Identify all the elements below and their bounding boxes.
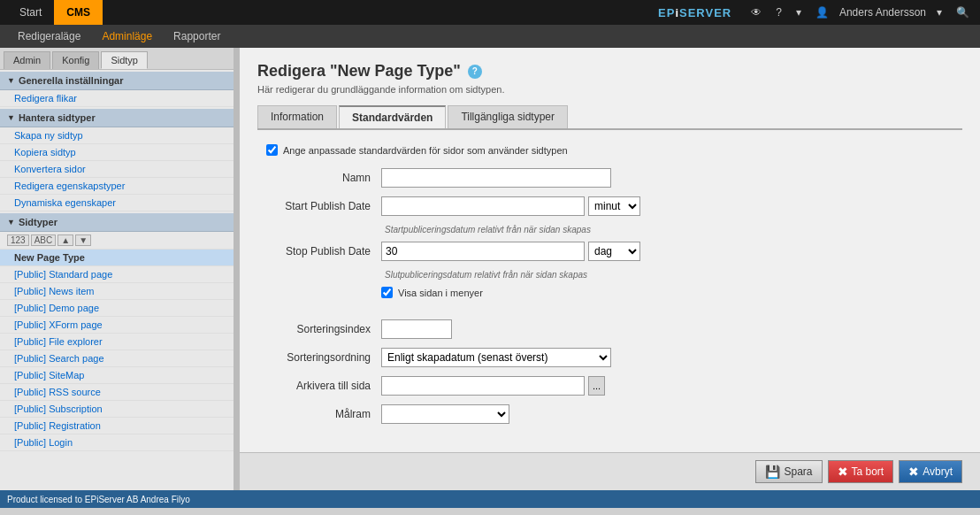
namn-input[interactable]	[381, 168, 611, 188]
section-sidtyper[interactable]: ▼ Sidtyper	[0, 213, 234, 232]
save-icon: 💾	[765, 465, 780, 479]
sidebar-item-standard-page[interactable]: [Public] Standard page	[0, 266, 234, 283]
user-chevron-icon[interactable]: ▾	[933, 6, 946, 19]
nav-redigera[interactable]: Redigeraläge	[7, 25, 91, 48]
sidebar-item-demo-page[interactable]: [Public] Demo page	[0, 300, 234, 317]
sorteringsordning-row: Sorteringsordning Enligt skapadatum (sen…	[257, 348, 962, 367]
nav-admin[interactable]: Adminläge	[91, 25, 163, 48]
namn-row: Namn	[257, 168, 962, 188]
tab-admin[interactable]: Admin	[4, 51, 50, 69]
chevron-icon[interactable]: ▾	[792, 6, 805, 19]
section-generella[interactable]: ▼ Generella inställningar	[0, 72, 234, 90]
tab-tillgangliga[interactable]: Tillgängliga sidtyper	[448, 105, 568, 128]
sidebar-item-news-item[interactable]: [Public] News item	[0, 283, 234, 300]
start-publish-row: Start Publish Date minut dag timme	[257, 196, 962, 216]
nav-cms[interactable]: CMS	[54, 0, 103, 25]
sidebar: Admin Konfig Sidtyp ▼ Generella inställn…	[0, 48, 234, 490]
tab-sidtyp[interactable]: Sidtyp	[101, 51, 148, 69]
sidebar-item-file-explorer[interactable]: [Public] File explorer	[0, 334, 234, 350]
sorteringsindex-input[interactable]	[381, 319, 452, 339]
sidebar-item-search-page[interactable]: [Public] Search page	[0, 350, 234, 367]
footer-text: Product licensed to EPiServer AB Andrea …	[7, 495, 190, 504]
content-wrapper: Redigera "New Page Type" ? Här redigerar…	[240, 48, 980, 490]
start-publish-input[interactable]	[381, 196, 585, 216]
arkivera-label: Arkivera till sida	[257, 380, 381, 392]
arkivera-row: Arkivera till sida ...	[257, 376, 962, 396]
tab-standardvarden[interactable]: Standardvärden	[339, 105, 446, 128]
sidebar-item-registration[interactable]: [Public] Registration	[0, 418, 234, 434]
stop-publish-group: dag minut timme	[381, 242, 640, 261]
namn-label: Namn	[257, 172, 381, 184]
start-publish-hint: Startpubliceringsdatum relativt från när…	[381, 225, 591, 234]
save-button[interactable]: 💾 Spara	[755, 460, 822, 483]
start-publish-label: Start Publish Date	[257, 200, 381, 212]
main-layout: Admin Konfig Sidtyp ▼ Generella inställn…	[0, 48, 980, 490]
sidebar-item-sitemap[interactable]: [Public] SiteMap	[0, 367, 234, 384]
arrow-generella: ▼	[7, 76, 15, 85]
sort-asc[interactable]: ▲	[57, 234, 73, 246]
help-circle-icon[interactable]: ?	[468, 65, 482, 79]
delete-label: Ta bort	[852, 465, 884, 478]
user-label[interactable]: Anders Andersson	[839, 6, 926, 19]
cancel-label: Avbryt	[923, 465, 953, 478]
sidebar-item-login[interactable]: [Public] Login	[0, 434, 234, 451]
section-hantera[interactable]: ▼ Hantera sidtyper	[0, 109, 234, 127]
sidebar-item-dynamiska[interactable]: Dynamiska egenskaper	[0, 195, 234, 211]
bottom-bar: 💾 Spara ✖ Ta bort ✖ Avbryt	[240, 452, 980, 490]
sort-row: 123 ABC ▲ ▼	[0, 232, 234, 250]
content-tabs: Information Standardvärden Tillgängliga …	[257, 105, 962, 130]
arrow-sidtyper: ▼	[7, 218, 15, 227]
delete-button[interactable]: ✖ Ta bort	[828, 460, 894, 483]
stop-publish-hint: Slutpubliceringsdatum relativt från när …	[381, 270, 587, 280]
browse-button[interactable]: ...	[588, 376, 605, 396]
nav-start[interactable]: Start	[7, 0, 54, 25]
cancel-icon: ✖	[908, 465, 919, 479]
search-icon[interactable]: 🔍	[953, 6, 973, 19]
sorteringsindex-label: Sorteringsindex	[257, 323, 381, 335]
sort-desc[interactable]: ▼	[75, 234, 91, 246]
sidebar-item-skapa[interactable]: Skapa ny sidtyp	[0, 127, 234, 144]
checkbox2-row: Visa sidan i menyer	[257, 287, 962, 311]
stop-publish-unit-select[interactable]: dag minut timme	[588, 242, 640, 261]
top-nav: Start CMS	[7, 0, 103, 25]
sidebar-item-konvertera[interactable]: Konvertera sidor	[0, 161, 234, 178]
sorteringsordning-label: Sorteringsordning	[257, 351, 381, 364]
cancel-button[interactable]: ✖ Avbryt	[899, 460, 962, 483]
sort-123[interactable]: 123	[7, 234, 29, 246]
content-area: Redigera "New Page Type" ? Här redigerar…	[240, 48, 980, 452]
top-bar: Start CMS EPiSERVER 👁 ? ▾ 👤 Anders Ander…	[0, 0, 980, 25]
sidebar-item-xform-page[interactable]: [Public] XForm page	[0, 317, 234, 334]
malram-label: Målram	[257, 408, 381, 420]
tab-information[interactable]: Information	[257, 105, 337, 128]
sidebar-item-redigera-flikar[interactable]: Redigera flikar	[0, 90, 234, 107]
malram-select[interactable]: _blank _self _parent _top	[381, 404, 509, 424]
eye-icon[interactable]: 👁	[747, 6, 765, 19]
sort-abc[interactable]: ABC	[31, 234, 57, 246]
sidebar-item-new-page-type[interactable]: New Page Type	[0, 250, 234, 266]
sidebar-item-redigera-egenskaper[interactable]: Redigera egenskapstyper	[0, 178, 234, 195]
sidebar-item-subscription[interactable]: [Public] Subscription	[0, 401, 234, 418]
checkbox2-input[interactable]	[381, 287, 393, 298]
checkbox1-input[interactable]	[266, 144, 278, 156]
arkivera-input[interactable]	[381, 376, 585, 396]
checkbox1-label: Ange anpassade standardvärden för sidor …	[283, 145, 568, 156]
form-section: Ange anpassade standardvärden för sidor …	[257, 144, 962, 424]
checkbox1-row: Ange anpassade standardvärden för sidor …	[257, 144, 962, 156]
delete-icon: ✖	[838, 465, 848, 479]
sidebar-item-kopiera[interactable]: Kopiera sidtyp	[0, 144, 234, 161]
arkivera-group: ...	[381, 376, 605, 396]
stop-publish-label: Stop Publish Date	[257, 245, 381, 258]
nav-rapporter[interactable]: Rapporter	[163, 25, 231, 48]
user-icon: 👤	[812, 6, 832, 19]
tab-konfig[interactable]: Konfig	[52, 51, 99, 69]
checkbox2-group: Visa sidan i menyer	[381, 287, 483, 298]
sorteringsordning-select[interactable]: Enligt skapadatum (senast överst) Enligt…	[381, 348, 611, 367]
start-publish-unit-select[interactable]: minut dag timme	[588, 196, 640, 216]
start-publish-hint-row: Startpubliceringsdatum relativt från när…	[257, 225, 962, 234]
sidebar-item-rss-source[interactable]: [Public] RSS source	[0, 384, 234, 401]
help-icon[interactable]: ?	[772, 6, 785, 19]
sidebar-tabs: Admin Konfig Sidtyp	[0, 48, 234, 70]
stop-publish-input[interactable]	[381, 242, 585, 261]
section-sidtyper-label: Sidtyper	[19, 217, 57, 227]
checkbox2-label: Visa sidan i menyer	[398, 288, 483, 298]
